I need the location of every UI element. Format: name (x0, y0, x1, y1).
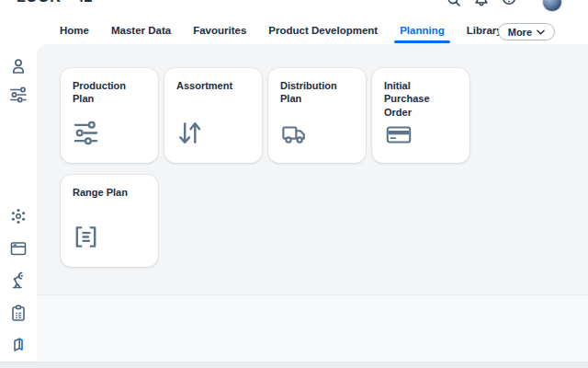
credit-card-icon (384, 123, 413, 150)
tab-master-data[interactable]: Master Data (111, 17, 171, 44)
tab-library[interactable]: Library (467, 17, 503, 44)
card-title: Assortment (176, 79, 250, 92)
documents-icon[interactable] (9, 336, 28, 354)
card-initial-purchase-order[interactable]: Initial Purchase Order (372, 68, 469, 163)
sidebar (0, 44, 37, 362)
app-window-icon[interactable] (9, 239, 28, 258)
brand-logo[interactable]: LOOK 42 (17, 0, 93, 6)
tab-planning[interactable]: Planning (400, 17, 445, 44)
tab-label: Planning (400, 25, 445, 36)
tab-label: Home (60, 25, 89, 36)
card-assortment[interactable]: Assortment (164, 68, 262, 163)
card-distribution-plan[interactable]: Distribution Plan (268, 68, 366, 163)
tab-label: Master Data (111, 25, 171, 36)
tab-label: Favourites (193, 25, 246, 36)
sliders-icon[interactable] (9, 86, 28, 104)
search-icon[interactable] (447, 0, 461, 11)
tab-home[interactable]: Home (60, 17, 89, 44)
clipboard-list-icon[interactable] (9, 304, 28, 322)
bottom-strip (0, 362, 588, 368)
card-range-plan[interactable]: Range Plan (61, 175, 158, 267)
card-title: Range Plan (73, 186, 146, 199)
content-panel: Production Plan Assortment Distribution … (37, 44, 588, 294)
brand-logo-number: 42 (75, 0, 93, 6)
bracket-list-icon (73, 224, 99, 254)
sliders-icon (73, 120, 99, 150)
app-screen: LOOK 42 Home Master Data Favourites (0, 0, 588, 368)
robot-arm-icon[interactable] (9, 271, 28, 290)
tab-product-development[interactable]: Product Development (268, 17, 378, 44)
brand-logo-text: LOOK (17, 0, 61, 6)
top-header: LOOK 42 Home Master Data Favourites (0, 0, 588, 44)
tab-favourites[interactable]: Favourites (193, 17, 246, 44)
sort-arrows-icon (176, 120, 203, 150)
lower-section (37, 294, 588, 362)
tab-label: Product Development (268, 25, 378, 36)
collaborate-icon[interactable] (9, 207, 28, 225)
user-avatar[interactable] (542, 0, 562, 12)
nav-tab-bar: Home Master Data Favourites Product Deve… (60, 17, 503, 44)
user-icon[interactable] (9, 57, 28, 75)
card-title: Production Plan (73, 79, 146, 106)
card-title: Distribution Plan (280, 79, 354, 106)
chevron-down-icon (537, 29, 545, 35)
help-icon[interactable] (502, 0, 516, 9)
truck-icon (280, 121, 310, 150)
bell-icon[interactable] (474, 0, 489, 10)
card-title: Initial Purchase Order (384, 79, 458, 119)
tab-label: Library (467, 25, 503, 36)
more-button[interactable]: More (498, 23, 555, 40)
more-button-label: More (508, 27, 532, 38)
card-production-plan[interactable]: Production Plan (61, 68, 158, 163)
